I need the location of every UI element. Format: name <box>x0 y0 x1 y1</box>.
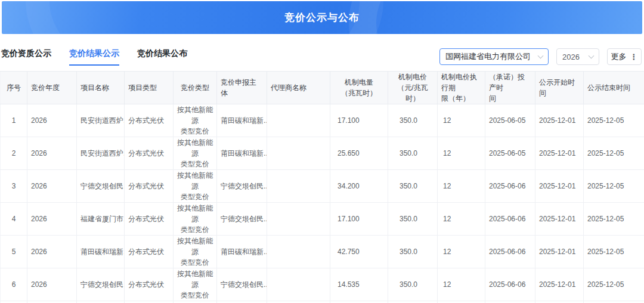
cell: 2026 <box>27 104 77 137</box>
cell <box>267 268 330 301</box>
cell <box>267 104 330 137</box>
table-row: 52026莆田碳和瑞新...分布式光伏按其他新能源 类型竞价莆田碳和瑞新...4… <box>1 236 644 268</box>
cell: 12 <box>438 170 485 203</box>
cell: 7 <box>1 301 27 303</box>
cell: 分布式光伏 <box>125 203 174 236</box>
cell: 350.0 <box>388 268 438 301</box>
cell: 2026 <box>27 236 77 268</box>
cell: 按其他新能源 类型竞价 <box>174 301 217 303</box>
company-select[interactable]: 国网福建省电力有限公司 <box>439 48 549 65</box>
column-header-9: 机制电价 （元/兆瓦时） <box>388 72 438 104</box>
cell: 350.0 <box>388 236 438 268</box>
cell: 42.750 <box>330 301 388 303</box>
cell: 2025-12-01 <box>535 170 584 203</box>
column-header-2: 竞价年度 <box>27 72 77 104</box>
column-header-3: 项目名称 <box>77 72 125 104</box>
cell: 按其他新能源 类型竞价 <box>174 137 217 170</box>
cell: 42.750 <box>330 236 388 268</box>
cell: 莆田碳和瑞新... <box>217 236 267 268</box>
column-header-1: 序号 <box>1 72 27 104</box>
cell: 宁德交垠创民... <box>77 268 125 301</box>
cell: 按其他新能源 类型竞价 <box>174 104 217 137</box>
cell: 宁德交垠创民... <box>77 170 125 203</box>
cell: 福建省厦门市... <box>77 203 125 236</box>
cell: 2025-06-06 <box>485 236 535 268</box>
column-header-5: 竞价类型 <box>174 72 217 104</box>
chevron-down-icon <box>589 52 595 58</box>
cell: 2026 <box>27 301 77 303</box>
cell: 2025-06-06 <box>485 203 535 236</box>
column-header-4: 项目类型 <box>125 72 174 104</box>
table-row: 72026碳和瑞新能源...分布式光伏按其他新能源 类型竞价莆田碳和瑞新...4… <box>1 301 644 303</box>
cell: 12 <box>438 236 485 268</box>
cell: 14.535 <box>330 268 388 301</box>
cell: 2025-06-06 <box>485 268 535 301</box>
cell: 2025-06-06 <box>485 170 535 203</box>
cell: 12 <box>438 268 485 301</box>
cell: 350.0 <box>388 137 438 170</box>
cell: 2025-06-05 <box>485 137 535 170</box>
table-row: 62026宁德交垠创民...分布式光伏按其他新能源 类型竞价宁德交垠创民...1… <box>1 268 644 301</box>
cell: 2026 <box>27 268 77 301</box>
cell: 按其他新能源 类型竞价 <box>174 203 217 236</box>
cell <box>267 203 330 236</box>
filter-controls: 国网福建省电力有限公司 2026 更多 ⋮ <box>439 48 642 65</box>
cell: 按其他新能源 类型竞价 <box>174 268 217 301</box>
column-header-11: （承诺）投产时 间 <box>485 72 535 104</box>
cell: 2025-12-05 <box>584 301 644 303</box>
cell: 分布式光伏 <box>125 170 174 203</box>
cell: 分布式光伏 <box>125 137 174 170</box>
cell: 2 <box>1 137 27 170</box>
table-head: 序号竞价年度项目名称项目类型竞价类型竞价申报主体代理商名称机制电量 （兆瓦时）机… <box>1 72 644 104</box>
cell: 莆田碳和瑞新... <box>217 301 267 303</box>
company-select-value: 国网福建省电力有限公司 <box>445 51 531 62</box>
table-row: 22026民安街道西炉...分布式光伏按其他新能源 类型竞价莆田碳和瑞新...2… <box>1 137 644 170</box>
cell: 12 <box>438 104 485 137</box>
table-header-row: 序号竞价年度项目名称项目类型竞价类型竞价申报主体代理商名称机制电量 （兆瓦时）机… <box>1 72 644 104</box>
cell <box>267 170 330 203</box>
cell: 分布式光伏 <box>125 104 174 137</box>
cell: 25.650 <box>330 137 388 170</box>
cell: 2026 <box>27 203 77 236</box>
cell: 2025-12-01 <box>535 236 584 268</box>
cell: 12 <box>438 137 485 170</box>
year-select[interactable]: 2026 <box>556 48 599 65</box>
kebab-vertical-icon: ⋮ <box>630 53 638 61</box>
tab-1[interactable]: 竞价资质公示 <box>1 48 51 66</box>
cell: 碳和瑞新能源... <box>77 301 125 303</box>
tab-2[interactable]: 竞价结果公示 <box>69 48 119 66</box>
column-header-8: 机制电量 （兆瓦时） <box>330 72 388 104</box>
cell: 4 <box>1 203 27 236</box>
cell: 5 <box>1 236 27 268</box>
cell: 350.0 <box>388 104 438 137</box>
cell: 按其他新能源 类型竞价 <box>174 236 217 268</box>
column-header-12: 公示开始时间 <box>535 72 584 104</box>
table-row: 32026宁德交垠创民...分布式光伏按其他新能源 类型竞价宁德交垠创民...3… <box>1 170 644 203</box>
cell: 12 <box>438 203 485 236</box>
table-body: 12026民安街道西炉...分布式光伏按其他新能源 类型竞价莆田碳和瑞新...1… <box>1 104 644 303</box>
cell: 2025-12-05 <box>584 137 644 170</box>
cell: 2026 <box>27 137 77 170</box>
cell: 分布式光伏 <box>125 236 174 268</box>
year-select-value: 2026 <box>562 52 580 61</box>
cell: 莆田碳和瑞新... <box>77 236 125 268</box>
cell: 2025-12-01 <box>535 137 584 170</box>
cell: 2025-12-05 <box>584 268 644 301</box>
cell: 6 <box>1 268 27 301</box>
cell <box>267 301 330 303</box>
cell: 2025-12-01 <box>535 104 584 137</box>
results-table: 序号竞价年度项目名称项目类型竞价类型竞价申报主体代理商名称机制电量 （兆瓦时）机… <box>0 71 644 303</box>
more-button[interactable]: 更多 ⋮ <box>607 48 642 65</box>
cell: 宁德交垠创民... <box>217 203 267 236</box>
cell: 莆田碳和瑞新... <box>217 104 267 137</box>
cell: 1 <box>1 104 27 137</box>
cell: 2026 <box>27 170 77 203</box>
cell: 2025-12-01 <box>535 203 584 236</box>
cell: 2025-12-05 <box>584 170 644 203</box>
tab-3[interactable]: 竞价结果公布 <box>137 48 187 66</box>
cell: 17.100 <box>330 203 388 236</box>
cell: 350.0 <box>388 301 438 303</box>
cell: 3 <box>1 170 27 203</box>
toolbar: 竞价资质公示竞价结果公示竞价结果公布 国网福建省电力有限公司 2026 更多 ⋮ <box>0 34 644 70</box>
tabs: 竞价资质公示竞价结果公示竞价结果公布 <box>1 48 187 66</box>
